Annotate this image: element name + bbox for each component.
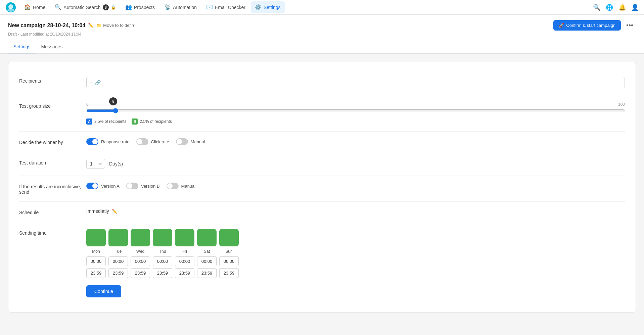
toggle-manual2-switch[interactable] <box>167 183 179 189</box>
decide-winner-row: Decide the winner by Response rate <box>19 132 625 152</box>
days-labels: Mon Tue Wed Thu Fri Sat Sun <box>86 249 625 254</box>
start-time-wed[interactable] <box>131 256 150 266</box>
days-grid <box>86 229 625 246</box>
start-time-sat[interactable] <box>197 256 217 266</box>
nav-email-checker[interactable]: ✉️ Email Checker <box>202 1 249 13</box>
response-rate-label: Response rate <box>101 139 130 144</box>
end-time-sat[interactable] <box>197 268 217 278</box>
app-logo[interactable] <box>5 2 16 13</box>
toggle-click-rate: Click rate <box>136 138 169 145</box>
version-a-label: Version A <box>101 184 120 189</box>
toggle-version-b: Version B <box>126 183 160 189</box>
nav-prospects[interactable]: 👥 Prospects <box>121 1 159 13</box>
day-thu-button[interactable] <box>153 229 172 246</box>
start-time-mon[interactable] <box>86 256 106 266</box>
toggle-click-rate-slider <box>136 138 148 145</box>
svg-point-2 <box>7 8 14 12</box>
end-time-tue[interactable] <box>108 268 128 278</box>
toggle-response-rate-slider <box>86 138 98 145</box>
campaign-edit-icon[interactable]: ✏️ <box>88 23 94 28</box>
nav-home[interactable]: 🏠 Home <box>20 1 49 13</box>
end-times <box>86 268 625 278</box>
badge-b-letter: B <box>132 118 138 125</box>
lock-icon: 🔒 <box>111 5 116 10</box>
decide-winner-label: Decide the winner by <box>19 138 86 145</box>
tab-settings-label: Settings <box>13 44 31 49</box>
test-group-size-control: 0 100 5 A 2.5% of recipients B <box>86 102 625 125</box>
toggle-group-winner: Response rate Click rate <box>86 138 625 145</box>
home-icon: 🏠 <box>24 4 31 10</box>
search-icon: 🔍 <box>55 4 61 10</box>
prospects-icon: 👥 <box>125 4 132 10</box>
schedule-row: Schedule Immediatly ✏️ <box>19 202 625 222</box>
end-time-wed[interactable] <box>131 268 150 278</box>
sending-time-control: Mon Tue Wed Thu Fri Sat Sun <box>86 229 625 297</box>
toggle-manual-switch[interactable] <box>176 138 188 145</box>
start-time-fri[interactable] <box>175 256 194 266</box>
tab-settings[interactable]: Settings <box>8 41 36 53</box>
day-sun-button[interactable] <box>219 229 239 246</box>
globe-icon[interactable]: 🌐 <box>606 4 613 11</box>
end-time-sun[interactable] <box>219 268 239 278</box>
start-time-thu[interactable] <box>153 256 172 266</box>
test-group-slider[interactable] <box>86 108 625 113</box>
toggle-manual2: Manual <box>167 183 196 189</box>
recipients-row: Recipients - 🔗 <box>19 70 625 95</box>
end-time-fri[interactable] <box>175 268 194 278</box>
toggle-version-a-switch[interactable] <box>86 183 98 189</box>
day-sat-button[interactable] <box>197 229 217 246</box>
recipients-control: - 🔗 <box>86 77 625 88</box>
badge-a-letter: A <box>86 118 92 125</box>
nav-automatic-search[interactable]: 🔍 Automatic Search 8 🔒 <box>51 1 120 13</box>
day-label-wed: Wed <box>131 249 150 254</box>
campaign-folder-button[interactable]: 📁 Move to folder ▾ <box>96 23 134 28</box>
confirm-start-button[interactable]: 🚀 Confirm & start campaign <box>553 20 621 31</box>
day-wed-button[interactable] <box>131 229 150 246</box>
day-fri-button[interactable] <box>175 229 194 246</box>
confirm-start-label: Confirm & start campaign <box>566 23 615 28</box>
tab-messages[interactable]: Messages <box>36 41 68 53</box>
day-mon-button[interactable] <box>86 229 106 246</box>
end-time-thu[interactable] <box>153 268 172 278</box>
test-duration-row: Test duration 1 2 3 5 7 14 Day(s) <box>19 152 625 176</box>
toggle-version-a: Version A <box>86 183 120 189</box>
duration-unit: Day(s) <box>109 161 123 166</box>
decide-winner-control: Response rate Click rate <box>86 138 625 145</box>
recipients-link-icon[interactable]: 🔗 <box>95 80 101 85</box>
nav-settings[interactable]: ⚙️ Settings <box>251 1 285 13</box>
schedule-text: Immediatly <box>86 208 109 214</box>
slider-badges: A 2.5% of recipients B 2.5% of recipient… <box>86 118 625 125</box>
start-time-tue[interactable] <box>108 256 128 266</box>
global-search-icon[interactable]: 🔍 <box>593 4 600 11</box>
day-tue-button[interactable] <box>108 229 128 246</box>
more-options-button[interactable]: ••• <box>624 20 636 31</box>
toggle-manual: Manual <box>176 138 205 145</box>
settings-icon: ⚙️ <box>255 4 262 10</box>
notifications-icon[interactable]: 🔔 <box>618 4 626 11</box>
start-times <box>86 256 625 266</box>
toggle-click-rate-switch[interactable] <box>136 138 148 145</box>
end-time-mon[interactable] <box>86 268 106 278</box>
start-time-sun[interactable] <box>219 256 239 266</box>
test-duration-select[interactable]: 1 2 3 5 7 14 <box>86 159 105 169</box>
schedule-label: Schedule <box>19 208 86 215</box>
test-group-size-row: Test group size 0 100 5 A 2.5% of recipi… <box>19 95 625 132</box>
slider-max-label: 100 <box>618 102 625 107</box>
rocket-icon: 🚀 <box>559 23 564 28</box>
svg-point-1 <box>8 4 13 9</box>
nav-automation[interactable]: 📡 Automation <box>160 1 201 13</box>
test-group-size-label: Test group size <box>19 102 86 109</box>
settings-content: Recipients - 🔗 Test group size 0 100 <box>0 54 644 326</box>
automation-icon: 📡 <box>164 4 171 10</box>
sending-time-row: Sending time Mon Tu <box>19 222 625 304</box>
schedule-edit-icon[interactable]: ✏️ <box>112 209 117 214</box>
recipients-input[interactable]: - 🔗 <box>86 77 625 88</box>
test-duration-control: 1 2 3 5 7 14 Day(s) <box>86 159 625 169</box>
toggle-response-rate-switch[interactable] <box>86 138 98 145</box>
continue-button[interactable]: Continue <box>86 285 121 297</box>
test-duration-label: Test duration <box>19 159 86 165</box>
user-avatar-icon[interactable]: 👤 <box>631 4 639 11</box>
sending-time-label: Sending time <box>19 229 86 236</box>
toggle-version-b-switch[interactable] <box>126 183 138 189</box>
nav-settings-label: Settings <box>264 5 281 10</box>
